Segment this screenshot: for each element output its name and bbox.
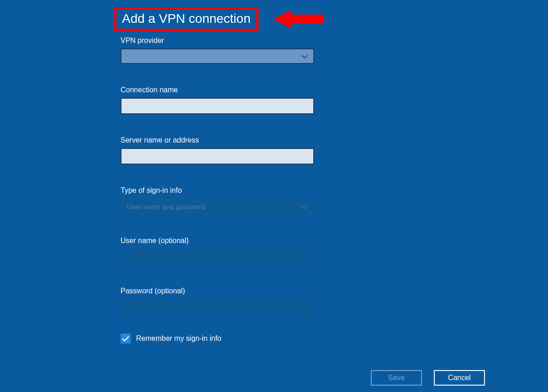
password-input[interactable] bbox=[121, 299, 314, 315]
remember-checkbox-label: Remember my sign-in info bbox=[136, 334, 221, 343]
save-button-label: Save bbox=[388, 374, 405, 382]
vpn-provider-dropdown[interactable] bbox=[121, 48, 314, 64]
user-name-label: User name (optional) bbox=[121, 237, 349, 245]
connection-name-label: Connection name bbox=[121, 86, 349, 94]
password-label: Password (optional) bbox=[121, 287, 349, 295]
remember-checkbox[interactable] bbox=[121, 334, 131, 344]
cancel-button-label: Cancel bbox=[448, 374, 471, 382]
password-field: Password (optional) bbox=[121, 287, 349, 315]
vpn-provider-field: VPN provider bbox=[121, 37, 349, 64]
server-name-label: Server name or address bbox=[121, 136, 349, 144]
sign-in-type-value: User name and password bbox=[127, 203, 205, 211]
vpn-provider-label: VPN provider bbox=[121, 37, 349, 45]
vpn-form: VPN provider Connection name Server name… bbox=[121, 9, 349, 344]
sign-in-type-label: Type of sign-in info bbox=[121, 186, 349, 195]
save-button[interactable]: Save bbox=[371, 370, 422, 386]
chevron-down-icon bbox=[301, 52, 308, 60]
connection-name-input[interactable] bbox=[121, 98, 314, 114]
connection-name-field: Connection name bbox=[121, 86, 349, 114]
sign-in-type-dropdown[interactable]: User name and password bbox=[121, 198, 314, 215]
chevron-down-icon bbox=[301, 203, 308, 211]
server-name-input[interactable] bbox=[121, 148, 314, 164]
server-name-field: Server name or address bbox=[121, 136, 349, 164]
user-name-input[interactable] bbox=[121, 249, 314, 265]
cancel-button[interactable]: Cancel bbox=[434, 370, 485, 386]
user-name-field: User name (optional) bbox=[121, 237, 349, 265]
dialog-button-row: Save Cancel bbox=[371, 370, 485, 386]
sign-in-type-field: Type of sign-in info User name and passw… bbox=[121, 186, 349, 215]
remember-checkbox-row: Remember my sign-in info bbox=[121, 334, 349, 344]
